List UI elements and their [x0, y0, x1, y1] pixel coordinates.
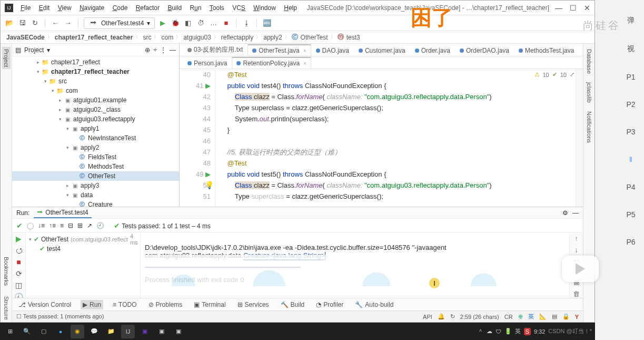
- ext-item[interactable]: P3: [626, 128, 635, 136]
- tab-terminal[interactable]: ▣ Terminal: [192, 300, 227, 309]
- tab-project[interactable]: Project: [2, 47, 11, 69]
- crumb[interactable]: reflectapply: [220, 34, 255, 41]
- crumb[interactable]: test3: [345, 34, 362, 41]
- editor-tab[interactable]: MethodsTest.java: [514, 45, 579, 56]
- menu-help[interactable]: Help: [282, 3, 299, 13]
- tab-bookmarks[interactable]: Bookmarks: [2, 255, 11, 288]
- editor-tab[interactable]: OrderDAO.java: [455, 45, 514, 56]
- tray-battery-icon[interactable]: 🔋: [504, 328, 512, 335]
- tab-structure[interactable]: Structure: [2, 294, 11, 322]
- run-stop-button[interactable]: ■: [16, 258, 21, 266]
- tab-run[interactable]: ▶ Run: [81, 300, 103, 309]
- console-output[interactable]: D:\develop_tools\JDK\jdk-17.0.2\bin\java…: [141, 232, 569, 298]
- tray-up-icon[interactable]: ＾: [478, 327, 483, 335]
- tray-shield-icon[interactable]: 🛡: [496, 328, 501, 335]
- tree-node[interactable]: ▸apply3: [12, 181, 179, 190]
- tab-jclasslib[interactable]: jclasslib: [585, 80, 593, 105]
- editor-tab[interactable]: RetentionPolicy.java×: [232, 57, 311, 69]
- tree-node[interactable]: ▾apply1: [12, 124, 179, 133]
- ext-item-bars-icon[interactable]: ⦀: [629, 155, 632, 164]
- ext-item[interactable]: P6: [626, 238, 635, 246]
- ext-item[interactable]: 弹: [627, 16, 635, 25]
- tree-node[interactable]: ▾data: [12, 190, 179, 200]
- gear-icon[interactable]: ⚙: [562, 209, 568, 217]
- attach-button[interactable]: …: [209, 18, 218, 28]
- run-layout-button[interactable]: ◫: [15, 281, 22, 289]
- circle-icon[interactable]: ◯: [27, 222, 34, 229]
- window-minimize-button[interactable]: —: [555, 4, 562, 12]
- task-view-icon[interactable]: ▢: [37, 325, 51, 338]
- status-sync-icon[interactable]: ↻: [450, 313, 455, 320]
- menu-code[interactable]: Code: [111, 3, 130, 13]
- hide-icon[interactable]: —: [170, 46, 176, 54]
- test-tree[interactable]: ▾✔OtherTest (com.atguigu03.reflect4 ms ✔…: [26, 232, 141, 298]
- tab-services[interactable]: ⊞ Services: [235, 300, 271, 309]
- hide-icon[interactable]: —: [572, 209, 579, 217]
- editor-tab[interactable]: OtherTest.java×: [247, 44, 311, 56]
- tray-ime[interactable]: 英: [515, 327, 521, 335]
- rerun-button[interactable]: ▶: [16, 235, 22, 243]
- intellij-icon[interactable]: IJ: [121, 325, 135, 338]
- editor-tab[interactable]: Person.java: [183, 57, 232, 69]
- status-encoding[interactable]: CR: [504, 314, 513, 320]
- back-icon[interactable]: ←: [51, 18, 60, 28]
- explorer-icon[interactable]: 📁: [104, 325, 118, 338]
- editor-tab[interactable]: 03-反射的应用.txt: [183, 44, 247, 56]
- tree-node[interactable]: ▾apply2: [12, 143, 179, 152]
- tab-database[interactable]: Database: [585, 47, 593, 76]
- window-close-button[interactable]: ✕: [584, 4, 590, 12]
- app-icon[interactable]: ▣: [138, 325, 152, 338]
- tree-node[interactable]: ▾atguigu03.reflectapply: [12, 114, 179, 124]
- translate-icon[interactable]: 🔤: [262, 18, 272, 28]
- collapse-icon[interactable]: ⊞: [77, 222, 83, 229]
- menu-file[interactable]: File: [18, 3, 33, 13]
- tree-node[interactable]: ▾src: [12, 76, 179, 86]
- crumb[interactable]: com: [160, 34, 175, 41]
- menu-edit[interactable]: Edit: [37, 3, 52, 13]
- status-memory-icon[interactable]: ▤: [552, 313, 557, 320]
- other-icon[interactable]: ▣: [172, 325, 185, 338]
- run-config-dropdown[interactable]: ⮕ OtherTest.test4 ▾: [84, 17, 155, 29]
- more-tabs-icon[interactable]: ⋮: [579, 48, 583, 56]
- clock-icon[interactable]: 🕘: [96, 222, 104, 229]
- tree-node[interactable]: ▸atguigu01.example: [12, 95, 179, 105]
- list-icon[interactable]: ≡: [60, 222, 64, 229]
- project-tree[interactable]: ▸chapter17_reflect▾chapter17_reflect_tea…: [12, 56, 179, 207]
- tray-cloud-icon[interactable]: ☁: [487, 328, 492, 335]
- crumb[interactable]: src: [141, 34, 153, 41]
- windows-taskbar[interactable]: ⊞ 🔍 ▢ ● ◉ 💬 📁 IJ ▣ ▣ ▣ ＾ ☁ 🛡 🔋 英 S 9:32 …: [0, 323, 595, 340]
- debug-button[interactable]: 🐞: [171, 18, 180, 28]
- wechat-icon[interactable]: 💬: [87, 325, 101, 338]
- tree-settings-icon[interactable]: ⊕: [145, 46, 150, 54]
- vcs-update-icon[interactable]: ⭳: [242, 18, 251, 28]
- stop-button[interactable]: ■: [221, 18, 231, 28]
- start-button[interactable]: ⊞: [3, 325, 17, 338]
- menu-vcs[interactable]: VCS: [230, 3, 247, 13]
- run-pin-button[interactable]: ⟳: [16, 269, 22, 278]
- up-icon[interactable]: ↑: [574, 235, 578, 242]
- terminal-icon[interactable]: ▣: [155, 325, 169, 338]
- coverage-button[interactable]: ◧: [183, 18, 193, 28]
- crumb[interactable]: OtherTest: [299, 34, 330, 41]
- tree-node[interactable]: FieldsTest: [12, 152, 179, 162]
- crumb[interactable]: JavaSECode: [5, 34, 46, 41]
- status-ime[interactable]: 英: [528, 313, 534, 320]
- ext-item[interactable]: 视: [627, 44, 635, 54]
- video-play-button[interactable]: [562, 256, 599, 282]
- edge-icon[interactable]: ●: [54, 325, 67, 338]
- ext-item[interactable]: P2: [626, 100, 635, 109]
- tab-vcs[interactable]: ⎇ Version Control: [16, 300, 73, 309]
- run-tab[interactable]: ⮕OtherTest.test4: [34, 208, 91, 218]
- tab-notifications[interactable]: Notifications: [585, 109, 593, 145]
- filter-icon[interactable]: ↑≡: [49, 222, 56, 229]
- forward-icon[interactable]: →: [63, 18, 73, 28]
- editor-tab[interactable]: Order.java: [410, 45, 455, 56]
- tray-s-icon[interactable]: S: [524, 328, 531, 335]
- chrome-icon[interactable]: ◉: [71, 325, 84, 338]
- expand-icon[interactable]: ⊟: [68, 222, 73, 229]
- crumb[interactable]: atguigu03: [182, 34, 213, 41]
- tab-profiler[interactable]: ◔ Profiler: [314, 300, 345, 309]
- tree-node[interactable]: ▸chapter17_reflect: [12, 57, 179, 67]
- code-editor[interactable]: ⚠10 ✔10 ⤢ 4041 ▶4243444546474849 ▶5051 @…: [180, 69, 583, 207]
- tree-node[interactable]: ▸atguigu02._class: [12, 105, 179, 114]
